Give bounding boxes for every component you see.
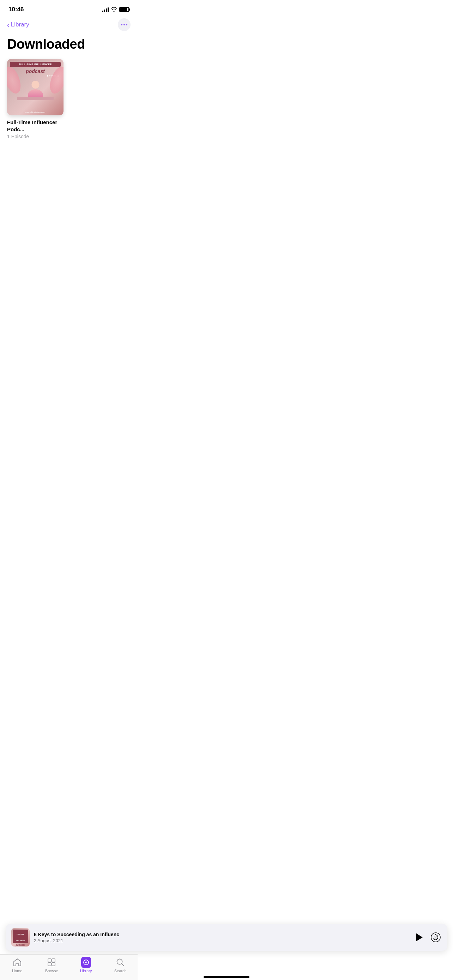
signal-icon bbox=[102, 7, 109, 12]
artwork-script-text: podcast bbox=[26, 68, 45, 74]
artwork-header-text: FULL-TIME INFLUENCER bbox=[13, 63, 58, 65]
wifi-icon bbox=[111, 7, 117, 12]
status-icons bbox=[102, 7, 129, 12]
more-button[interactable] bbox=[118, 18, 130, 31]
artwork-figure-area bbox=[10, 79, 61, 100]
artwork-url: www.fulltimeinfluencer.co bbox=[7, 111, 64, 113]
podcast-item[interactable]: FULL-TIME INFLUENCER podcast BY TINA LEE bbox=[7, 59, 64, 139]
page-title: Downloaded bbox=[0, 34, 138, 59]
podcast-grid: FULL-TIME INFLUENCER podcast BY TINA LEE bbox=[0, 59, 138, 139]
more-dots-icon bbox=[121, 24, 127, 25]
podcast-artwork: FULL-TIME INFLUENCER podcast BY TINA LEE bbox=[7, 59, 64, 115]
back-chevron-icon: ‹ bbox=[7, 21, 10, 29]
status-time: 10:46 bbox=[8, 6, 24, 13]
podcast-episode-count: 1 Episode bbox=[7, 134, 64, 139]
laptop-decoration bbox=[17, 97, 54, 100]
battery-icon bbox=[119, 7, 129, 12]
status-bar: 10:46 bbox=[0, 0, 138, 17]
back-button[interactable]: ‹ Library bbox=[7, 21, 29, 29]
back-label: Library bbox=[11, 21, 29, 28]
artwork-header-banner: FULL-TIME INFLUENCER bbox=[10, 62, 61, 67]
nav-header: ‹ Library bbox=[0, 17, 138, 34]
podcast-title: Full-Time Influencer Podc... bbox=[7, 119, 64, 133]
